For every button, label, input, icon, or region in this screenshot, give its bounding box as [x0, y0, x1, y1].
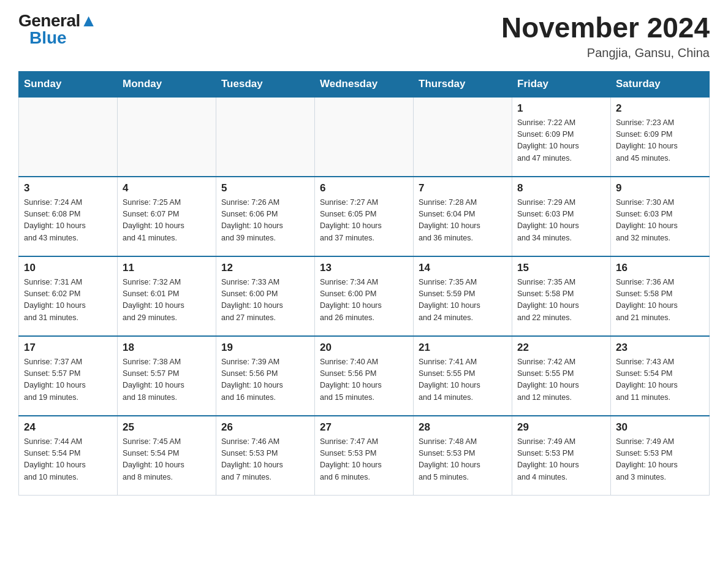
day-number: 20: [320, 342, 408, 354]
calendar-cell: 26Sunrise: 7:46 AM Sunset: 5:53 PM Dayli…: [216, 416, 315, 496]
calendar-cell: 13Sunrise: 7:34 AM Sunset: 6:00 PM Dayli…: [315, 256, 414, 336]
calendar-cell: 5Sunrise: 7:26 AM Sunset: 6:06 PM Daylig…: [216, 177, 315, 256]
day-number: 5: [221, 182, 309, 194]
calendar-cell: [118, 97, 216, 177]
col-wednesday: Wednesday: [315, 71, 414, 97]
calendar-cell: 29Sunrise: 7:49 AM Sunset: 5:53 PM Dayli…: [512, 416, 611, 496]
day-info: Sunrise: 7:46 AM Sunset: 5:53 PM Dayligh…: [221, 436, 309, 484]
day-number: 3: [24, 182, 112, 194]
day-number: 2: [616, 102, 704, 115]
calendar-week-row: 24Sunrise: 7:44 AM Sunset: 5:54 PM Dayli…: [19, 416, 710, 496]
calendar-week-row: 1Sunrise: 7:22 AM Sunset: 6:09 PM Daylig…: [19, 97, 710, 177]
calendar-title: November 2024: [501, 12, 710, 44]
calendar-cell: 30Sunrise: 7:49 AM Sunset: 5:53 PM Dayli…: [611, 416, 710, 496]
day-info: Sunrise: 7:47 AM Sunset: 5:53 PM Dayligh…: [320, 436, 408, 484]
calendar-cell: 21Sunrise: 7:41 AM Sunset: 5:55 PM Dayli…: [414, 336, 512, 416]
logo-triangle-icon: ▲: [80, 11, 97, 30]
day-info: Sunrise: 7:36 AM Sunset: 5:58 PM Dayligh…: [616, 277, 704, 324]
day-info: Sunrise: 7:35 AM Sunset: 5:59 PM Dayligh…: [419, 277, 507, 324]
calendar-cell: 19Sunrise: 7:39 AM Sunset: 5:56 PM Dayli…: [216, 336, 315, 416]
calendar-week-row: 10Sunrise: 7:31 AM Sunset: 6:02 PM Dayli…: [19, 256, 710, 336]
day-number: 23: [616, 342, 704, 354]
calendar-cell: 7Sunrise: 7:28 AM Sunset: 6:04 PM Daylig…: [414, 177, 512, 256]
day-info: Sunrise: 7:48 AM Sunset: 5:53 PM Dayligh…: [419, 436, 507, 484]
calendar-cell: 25Sunrise: 7:45 AM Sunset: 5:54 PM Dayli…: [118, 416, 216, 496]
day-info: Sunrise: 7:40 AM Sunset: 5:56 PM Dayligh…: [320, 356, 408, 404]
day-number: 18: [123, 342, 211, 354]
day-number: 10: [24, 262, 112, 274]
calendar-cell: 22Sunrise: 7:42 AM Sunset: 5:55 PM Dayli…: [512, 336, 611, 416]
calendar-cell: 3Sunrise: 7:24 AM Sunset: 6:08 PM Daylig…: [19, 177, 118, 256]
calendar-cell: 14Sunrise: 7:35 AM Sunset: 5:59 PM Dayli…: [414, 256, 512, 336]
day-number: 15: [517, 262, 605, 274]
calendar-cell: 23Sunrise: 7:43 AM Sunset: 5:54 PM Dayli…: [611, 336, 710, 416]
day-number: 19: [221, 342, 309, 354]
day-info: Sunrise: 7:49 AM Sunset: 5:53 PM Dayligh…: [517, 436, 605, 484]
day-number: 29: [517, 421, 605, 434]
day-info: Sunrise: 7:32 AM Sunset: 6:01 PM Dayligh…: [123, 277, 211, 324]
calendar-cell: [414, 97, 512, 177]
day-number: 24: [24, 421, 112, 434]
calendar-cell: 9Sunrise: 7:30 AM Sunset: 6:03 PM Daylig…: [611, 177, 710, 256]
day-info: Sunrise: 7:24 AM Sunset: 6:08 PM Dayligh…: [24, 197, 112, 245]
calendar-cell: 1Sunrise: 7:22 AM Sunset: 6:09 PM Daylig…: [512, 97, 611, 177]
calendar-cell: 24Sunrise: 7:44 AM Sunset: 5:54 PM Dayli…: [19, 416, 118, 496]
day-number: 27: [320, 421, 408, 434]
calendar-cell: 4Sunrise: 7:25 AM Sunset: 6:07 PM Daylig…: [118, 177, 216, 256]
day-number: 4: [123, 182, 211, 194]
calendar-cell: [315, 97, 414, 177]
day-number: 13: [320, 262, 408, 274]
day-number: 1: [517, 102, 605, 115]
day-number: 14: [419, 262, 507, 274]
day-info: Sunrise: 7:22 AM Sunset: 6:09 PM Dayligh…: [517, 117, 605, 165]
calendar-subtitle: Pangjia, Gansu, China: [501, 46, 710, 60]
logo-blue-text: Blue: [29, 29, 67, 47]
day-info: Sunrise: 7:44 AM Sunset: 5:54 PM Dayligh…: [24, 436, 112, 484]
day-number: 22: [517, 342, 605, 354]
calendar-cell: 8Sunrise: 7:29 AM Sunset: 6:03 PM Daylig…: [512, 177, 611, 256]
day-number: 28: [419, 421, 507, 434]
calendar-cell: 12Sunrise: 7:33 AM Sunset: 6:00 PM Dayli…: [216, 256, 315, 336]
calendar-table: Sunday Monday Tuesday Wednesday Thursday…: [18, 71, 710, 496]
col-friday: Friday: [512, 71, 611, 97]
title-block: November 2024 Pangjia, Gansu, China: [501, 12, 710, 60]
day-info: Sunrise: 7:30 AM Sunset: 6:03 PM Dayligh…: [616, 197, 704, 245]
logo-general-text: General▲: [18, 12, 97, 29]
day-number: 8: [517, 182, 605, 194]
day-info: Sunrise: 7:35 AM Sunset: 5:58 PM Dayligh…: [517, 277, 605, 324]
day-number: 6: [320, 182, 408, 194]
day-info: Sunrise: 7:33 AM Sunset: 6:00 PM Dayligh…: [221, 277, 309, 324]
calendar-cell: 2Sunrise: 7:23 AM Sunset: 6:09 PM Daylig…: [611, 97, 710, 177]
day-info: Sunrise: 7:23 AM Sunset: 6:09 PM Dayligh…: [616, 117, 704, 165]
calendar-week-row: 3Sunrise: 7:24 AM Sunset: 6:08 PM Daylig…: [19, 177, 710, 256]
page-header: General▲ Blue November 2024 Pangjia, Gan…: [18, 12, 710, 60]
day-info: Sunrise: 7:37 AM Sunset: 5:57 PM Dayligh…: [24, 356, 112, 404]
day-number: 11: [123, 262, 211, 274]
day-info: Sunrise: 7:34 AM Sunset: 6:00 PM Dayligh…: [320, 277, 408, 324]
day-info: Sunrise: 7:26 AM Sunset: 6:06 PM Dayligh…: [221, 197, 309, 245]
day-info: Sunrise: 7:25 AM Sunset: 6:07 PM Dayligh…: [123, 197, 211, 245]
calendar-cell: 16Sunrise: 7:36 AM Sunset: 5:58 PM Dayli…: [611, 256, 710, 336]
day-number: 30: [616, 421, 704, 434]
day-info: Sunrise: 7:39 AM Sunset: 5:56 PM Dayligh…: [221, 356, 309, 404]
day-info: Sunrise: 7:28 AM Sunset: 6:04 PM Dayligh…: [419, 197, 507, 245]
day-number: 16: [616, 262, 704, 274]
calendar-cell: [216, 97, 315, 177]
day-number: 17: [24, 342, 112, 354]
day-number: 12: [221, 262, 309, 274]
calendar-cell: 27Sunrise: 7:47 AM Sunset: 5:53 PM Dayli…: [315, 416, 414, 496]
day-info: Sunrise: 7:45 AM Sunset: 5:54 PM Dayligh…: [123, 436, 211, 484]
col-sunday: Sunday: [19, 71, 118, 97]
calendar-cell: 28Sunrise: 7:48 AM Sunset: 5:53 PM Dayli…: [414, 416, 512, 496]
day-info: Sunrise: 7:27 AM Sunset: 6:05 PM Dayligh…: [320, 197, 408, 245]
day-number: 9: [616, 182, 704, 194]
day-info: Sunrise: 7:38 AM Sunset: 5:57 PM Dayligh…: [123, 356, 211, 404]
day-info: Sunrise: 7:31 AM Sunset: 6:02 PM Dayligh…: [24, 277, 112, 324]
calendar-cell: 20Sunrise: 7:40 AM Sunset: 5:56 PM Dayli…: [315, 336, 414, 416]
calendar-cell: 18Sunrise: 7:38 AM Sunset: 5:57 PM Dayli…: [118, 336, 216, 416]
calendar-cell: 15Sunrise: 7:35 AM Sunset: 5:58 PM Dayli…: [512, 256, 611, 336]
day-info: Sunrise: 7:49 AM Sunset: 5:53 PM Dayligh…: [616, 436, 704, 484]
calendar-cell: 10Sunrise: 7:31 AM Sunset: 6:02 PM Dayli…: [19, 256, 118, 336]
day-number: 21: [419, 342, 507, 354]
day-info: Sunrise: 7:42 AM Sunset: 5:55 PM Dayligh…: [517, 356, 605, 404]
